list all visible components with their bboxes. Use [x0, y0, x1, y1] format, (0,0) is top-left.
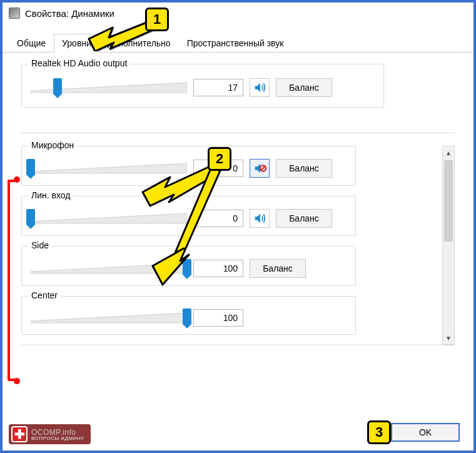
- tab-advanced[interactable]: Дополнительно: [99, 34, 179, 52]
- annotation-bracket: [8, 180, 16, 381]
- svg-marker-4: [31, 213, 187, 223]
- channel-label: Микрофон: [28, 140, 77, 150]
- scrollbar-thumb[interactable]: [444, 160, 453, 242]
- app-icon: [9, 8, 20, 19]
- channel-volume-value[interactable]: [193, 260, 243, 277]
- svg-marker-1: [31, 163, 187, 173]
- channel-label: Center: [28, 290, 61, 300]
- svg-marker-6: [31, 313, 187, 323]
- annotation-bracket-dot-top: [14, 176, 20, 183]
- output-mute-button[interactable]: [250, 78, 270, 97]
- watermark: ✚ OCOMP.info ВОПРОСЫ АДМИНУ: [9, 424, 91, 444]
- svg-line-3: [261, 166, 265, 170]
- tab-spatial[interactable]: Пространственный звук: [179, 34, 292, 52]
- channel-balance-button[interactable]: Баланс: [250, 259, 306, 278]
- output-balance-button[interactable]: Баланс: [276, 78, 332, 97]
- channel-volume-slider[interactable]: [31, 161, 187, 176]
- channel-balance-button[interactable]: Баланс: [276, 159, 332, 178]
- window-title: Свойства: Динамики: [25, 8, 114, 19]
- channel-volume-slider[interactable]: [31, 310, 187, 325]
- scrollbar-down-arrow[interactable]: ▼: [443, 332, 454, 344]
- channel-volume-value[interactable]: [193, 309, 243, 327]
- channels-scrollbar[interactable]: ▲ ▼: [442, 146, 455, 345]
- scrollbar-up-arrow[interactable]: ▲: [443, 146, 454, 159]
- channel-mute-button[interactable]: [250, 209, 270, 228]
- group-output-label: Realtek HD Audio output: [28, 58, 130, 68]
- channel-section: Лин. входБаланс: [21, 196, 356, 236]
- svg-marker-5: [31, 263, 187, 273]
- group-output: Realtek HD Audio output Баланс: [21, 64, 384, 108]
- annotation-bracket-dot-bottom: [14, 378, 20, 384]
- output-volume-slider[interactable]: [31, 80, 187, 95]
- channel-section: SideБаланс: [21, 246, 356, 286]
- channel-volume-value[interactable]: [193, 210, 243, 227]
- tab-general[interactable]: Общие: [9, 34, 54, 52]
- channel-volume-value[interactable]: [193, 160, 243, 177]
- channel-label: Лин. вход: [28, 190, 73, 200]
- annotation-badge-3: 3: [367, 420, 391, 444]
- channel-label: Side: [28, 240, 52, 250]
- channel-balance-button[interactable]: Баланс: [276, 209, 332, 228]
- channel-section: Center: [21, 296, 356, 335]
- channel-mute-button-muted[interactable]: [250, 159, 270, 178]
- watermark-tagline: ВОПРОСЫ АДМИНУ: [31, 436, 84, 441]
- channels-panel: МикрофонБалансЛин. входБалансSideБалансC…: [21, 133, 455, 345]
- watermark-icon: ✚: [11, 426, 28, 442]
- ok-button[interactable]: OK: [391, 423, 460, 442]
- channel-section: МикрофонБаланс: [21, 146, 356, 186]
- channel-volume-slider[interactable]: [31, 211, 187, 226]
- channel-volume-slider[interactable]: [31, 261, 187, 276]
- tab-levels[interactable]: Уровни: [54, 34, 99, 53]
- tab-strip: Общие Уровни Дополнительно Пространствен…: [3, 34, 473, 53]
- annotation-3: 3: [367, 420, 391, 444]
- output-volume-value[interactable]: [193, 79, 243, 96]
